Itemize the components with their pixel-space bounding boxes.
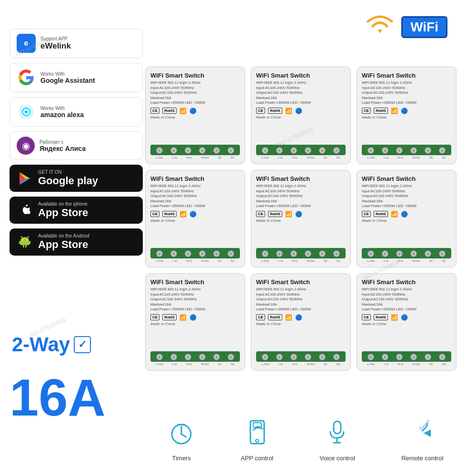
alexa-small: Works With (40, 106, 84, 111)
switch-specs-4: WiFi:IEEE 802.11 b/g/n 2.4GHzInput:AC100… (256, 184, 346, 209)
alice-badge: ◉ Работает с Яндекс Алиса (10, 131, 143, 160)
wifi-header: WiFi (363, 10, 447, 45)
switch-title-6: WiFi Smart Switch (150, 278, 240, 286)
google-play-big: Google play (38, 175, 98, 187)
switch-card-0: WiFi Smart Switch WiFi:IEEE 802.11 b/g/n… (145, 67, 245, 164)
switch-card-6: WiFi Smart Switch WiFi:IEEE 802.11 b/g/n… (145, 273, 245, 371)
svg-point-24 (256, 439, 258, 442)
switch-cert-3: CE RoHS 📶 🔵 (150, 211, 240, 218)
left-column: e Support APP eWelink Works With Google … (10, 29, 143, 256)
app-control-item: APP control (241, 420, 273, 462)
switch-card-4: WiFi Smart Switch WiFi:IEEE 802.11 b/g/n… (251, 170, 351, 268)
switch-cert-6: CE RoHS 📶 🔵 (150, 314, 240, 321)
svg-point-13 (26, 239, 27, 240)
switch-card-7: WiFi Smart Switch WiFi:IEEE 802.11 b/g/n… (251, 273, 351, 371)
switch-cert-1: CE RoHS 📶 🔵 (256, 108, 346, 114)
google-icon (17, 68, 36, 87)
two-way-section: 2-Way ✓ (12, 333, 91, 356)
switch-specs-6: WiFi:IEEE 802.11 b/g/n 2.4GHzInput:AC100… (150, 287, 240, 312)
switch-card-3: WiFi Smart Switch WiFi:IEEE 802.11 b/g/n… (145, 170, 245, 268)
switch-title-3: WiFi Smart Switch (150, 175, 240, 182)
svg-rect-17 (25, 245, 27, 248)
app-control-label: APP control (241, 455, 273, 462)
switch-title-4: WiFi Smart Switch (256, 175, 346, 182)
terminal-block-8 (362, 351, 451, 362)
switch-specs-7: WiFi:IEEE 802.11 b/g/n 2.4GHzInput:AC100… (256, 287, 346, 312)
switch-title-0: WiFi Smart Switch (150, 72, 240, 79)
switch-cert-8: CE RoHS 📶 🔵 (362, 314, 451, 321)
two-way-label: 2-Way (12, 333, 70, 356)
terminal-block-2 (362, 145, 451, 155)
alexa-icon (17, 102, 36, 121)
google-small: Works With (40, 71, 95, 77)
switch-specs-2: WiFi:IEEE 802.11 b/g/n 2.4GHzInput:AC100… (362, 80, 451, 106)
switch-title-1: WiFi Smart Switch (256, 72, 346, 79)
voice-control-icon (327, 420, 348, 452)
alexa-big: amazon alexa (40, 111, 84, 119)
app-store-small: Available on the iphone (38, 201, 88, 207)
android-store-big: App Store (38, 238, 89, 251)
alice-big: Яндекс Алиса (40, 145, 86, 152)
switch-cert-2: CE RoHS 📶 🔵 (362, 108, 451, 114)
timers-item: Timers (169, 420, 195, 462)
svg-rect-9 (20, 242, 29, 245)
alice-small: Работает с (40, 139, 86, 145)
switch-specs-5: WiFi:IEEE 802.11 b/g/n 2.4GHzInput:AC100… (362, 184, 451, 209)
android-icon (16, 234, 33, 251)
svg-rect-25 (334, 421, 341, 434)
google-play-badge[interactable]: GET IT ON Google play (10, 165, 143, 192)
timers-icon (169, 420, 195, 452)
terminal-block-1 (256, 145, 346, 155)
switch-title-8: WiFi Smart Switch (362, 278, 451, 286)
terminal-block-3 (150, 248, 240, 258)
google-badge: Works With Google Assistant (10, 63, 143, 92)
ewelink-badge: e Support APP eWelink (10, 29, 143, 58)
remote-control-label: Remote control (401, 455, 443, 462)
switch-card-1: WiFi Smart Switch WiFi:IEEE 802.11 b/g/n… (251, 67, 351, 164)
svg-point-12 (22, 239, 23, 240)
switch-title-7: WiFi Smart Switch (256, 278, 346, 286)
app-control-icon (247, 420, 268, 452)
android-store-badge[interactable]: Available on the Andriod App Store (10, 228, 143, 256)
svg-line-10 (21, 237, 22, 238)
wifi-icon (363, 10, 397, 45)
checkmark-icon: ✓ (74, 336, 91, 353)
svg-rect-14 (19, 241, 20, 244)
switch-specs-1: WiFi:IEEE 802.11 b/g/n 2.4GHzInput:AC100… (256, 80, 346, 106)
app-store-big: App Store (38, 207, 88, 219)
google-play-small: GET IT ON (38, 169, 98, 175)
app-store-badge[interactable]: Available on the iphone App Store (10, 197, 143, 224)
bottom-icons: Timers APP control Voice control (145, 420, 466, 462)
terminal-block-5 (362, 248, 451, 258)
google-play-icon (16, 170, 33, 187)
timers-label: Timers (172, 455, 190, 462)
switch-card-2: WiFi Smart Switch WiFi:IEEE 802.11 b/g/n… (357, 67, 456, 164)
ewelink-icon: e (17, 34, 36, 53)
switch-card-8: WiFi Smart Switch WiFi:IEEE 802.11 b/g/n… (357, 273, 456, 371)
apple-icon (16, 202, 33, 219)
alice-icon: ◉ (17, 137, 35, 155)
switch-card-5: WiFi Smart Switch WiFi:IEEE 802.11 b/g/n… (357, 170, 456, 268)
remote-control-item: Remote control (401, 420, 443, 462)
wifi-label-text: WiFi (401, 16, 447, 38)
switch-specs-0: WiFi:IEEE 802.11 b/g/n 2.4GHzInput:AC100… (150, 80, 240, 106)
switch-specs-8: WiFi:IEEE 802.11 b/g/n 2.4GHzInput:AC100… (362, 287, 451, 312)
switch-title-2: WiFi Smart Switch (362, 72, 451, 79)
terminal-block-6 (150, 351, 240, 362)
switch-specs-3: WiFi:IEEE 802.11 b/g/n 2.4GHzInput:AC100… (150, 184, 240, 209)
android-store-small: Available on the Andriod (38, 233, 89, 238)
ewelink-big: eWelink (40, 41, 71, 51)
switch-cert-0: CE RoHS 📶 🔵 (150, 108, 240, 114)
svg-rect-22 (250, 421, 264, 444)
amp-label: 16A (10, 371, 106, 424)
alexa-badge: Works With amazon alexa (10, 97, 143, 127)
google-big: Google Assistant (40, 77, 95, 84)
voice-control-item: Voice control (320, 420, 355, 462)
svg-point-2 (25, 110, 28, 113)
svg-rect-15 (29, 241, 30, 244)
voice-control-label: Voice control (320, 455, 355, 462)
switch-cert-5: CE RoHS 📶 🔵 (362, 211, 451, 218)
remote-control-icon (409, 420, 436, 452)
switch-grid: WiFi Smart Switch WiFi:IEEE 802.11 b/g/n… (145, 67, 456, 371)
switch-cert-4: CE RoHS 📶 🔵 (256, 211, 346, 218)
